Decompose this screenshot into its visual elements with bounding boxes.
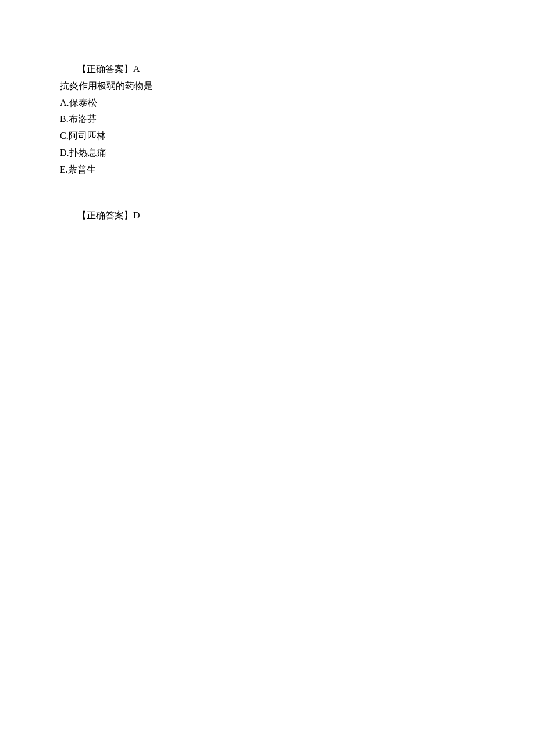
question-text: 抗炎作用极弱的药物是 (60, 78, 535, 95)
question-label: 抗炎作用极弱的药物是 (60, 81, 153, 91)
option-b-text: B.布洛芬 (60, 114, 97, 124)
option-d-text: D.扑热息痛 (60, 148, 106, 157)
option-c-text: C.阿司匹林 (60, 131, 106, 141)
answer-block-1: 【正确答案】A (77, 61, 535, 78)
option-c: C.阿司匹林 (60, 128, 535, 145)
option-e: E.萘普生 (60, 162, 535, 178)
answer-text-1: 【正确答案】A (77, 64, 140, 74)
answer-text-2: 【正确答案】D (77, 210, 140, 220)
option-a-text: A.保泰松 (60, 98, 97, 108)
option-e-text: E.萘普生 (60, 164, 96, 174)
spacer (60, 178, 535, 207)
answer-block-2: 【正确答案】D (77, 207, 535, 224)
option-a: A.保泰松 (60, 95, 535, 112)
option-b: B.布洛芬 (60, 111, 535, 128)
option-d: D.扑热息痛 (60, 145, 535, 162)
